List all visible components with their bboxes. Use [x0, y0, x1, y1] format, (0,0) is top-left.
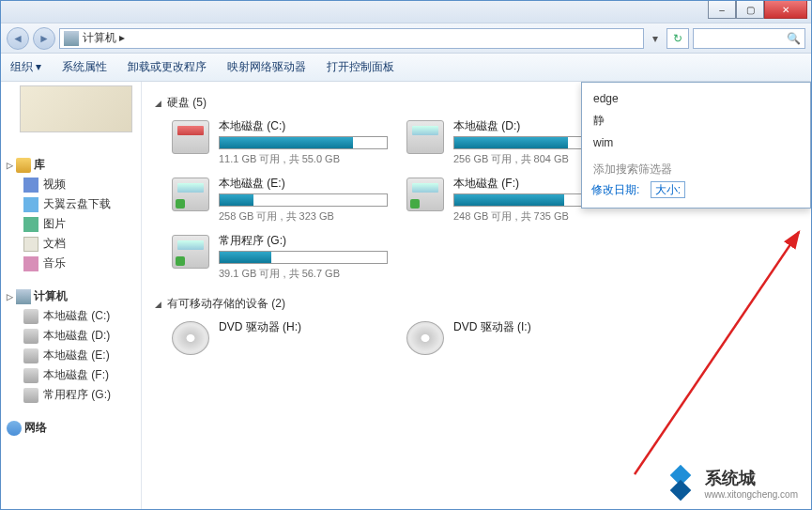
- address-bar[interactable]: 计算机 ▸: [59, 28, 644, 49]
- drive-icon: [406, 178, 444, 211]
- computer-icon: [16, 289, 31, 304]
- navigation-pane: ▷ 库 视频 天翼云盘下载 图片 文档 音乐 ▷ 计算机 本地磁盘 (C:) 本…: [1, 82, 142, 509]
- disk-icon: [23, 309, 38, 324]
- computer-header[interactable]: ▷ 计算机: [7, 286, 135, 306]
- drive-usage-bar: [219, 136, 388, 149]
- cloud-icon: [23, 197, 38, 212]
- sidebar-item-drive-c[interactable]: 本地磁盘 (C:): [7, 306, 135, 326]
- removable-section-header[interactable]: ◢ 有可移动存储的设备 (2): [155, 296, 798, 312]
- network-label: 网络: [24, 420, 47, 436]
- drive-icon: [172, 178, 209, 211]
- collapse-icon: ◢: [155, 99, 161, 108]
- close-button[interactable]: ✕: [764, 1, 807, 19]
- address-dropdown[interactable]: ▾: [648, 29, 663, 48]
- control-panel-button[interactable]: 打开控制面板: [327, 59, 394, 75]
- sidebar-item-pictures[interactable]: 图片: [7, 214, 135, 234]
- disk-icon: [23, 368, 38, 383]
- drive-usage-bar: [219, 251, 388, 264]
- watermark: 系统城 www.xitongcheng.com: [662, 464, 799, 502]
- sidebar-item-documents[interactable]: 文档: [7, 234, 135, 254]
- picture-icon: [23, 217, 38, 232]
- search-box[interactable]: 🔍: [693, 28, 805, 49]
- sidebar-item-video[interactable]: 视频: [7, 175, 135, 194]
- navigation-bar: ◄ ► 计算机 ▸ ▾ ↻ 🔍: [1, 23, 811, 54]
- video-icon: [23, 178, 38, 193]
- disk-icon: [23, 388, 38, 403]
- drive-name: 常用程序 (G:): [219, 233, 388, 249]
- preview-thumbnail: [20, 85, 132, 132]
- search-suggestion[interactable]: edge: [591, 88, 801, 109]
- library-label: 库: [34, 157, 45, 173]
- watermark-url: www.xitongcheng.com: [705, 489, 799, 500]
- computer-icon: [64, 31, 79, 46]
- content-pane: ◢ 硬盘 (5) 本地磁盘 (C:)11.1 GB 可用 , 共 55.0 GB…: [142, 82, 811, 509]
- disk-icon: [23, 348, 38, 363]
- drive-icon: [406, 120, 444, 154]
- drive-item[interactable]: 本地磁盘 (C:)11.1 GB 可用 , 共 55.0 GB: [172, 118, 388, 166]
- drive-name: 本地磁盘 (E:): [219, 176, 388, 192]
- computer-label: 计算机: [34, 288, 68, 304]
- drive-stats: 39.1 GB 可用 , 共 56.7 GB: [219, 267, 388, 281]
- body: ▷ 库 视频 天翼云盘下载 图片 文档 音乐 ▷ 计算机 本地磁盘 (C:) 本…: [1, 82, 811, 509]
- dvd-list: DVD 驱动器 (H:)DVD 驱动器 (I:): [172, 319, 798, 355]
- caret-icon: ▷: [7, 161, 13, 170]
- search-filters: 修改日期: 大小:: [591, 182, 801, 198]
- map-drive-button[interactable]: 映射网络驱动器: [227, 59, 306, 75]
- organize-menu[interactable]: 组织 ▾: [10, 59, 41, 75]
- back-button[interactable]: ◄: [7, 27, 29, 50]
- network-header[interactable]: 网络: [7, 418, 135, 438]
- dvd-name: DVD 驱动器 (I:): [453, 319, 622, 335]
- search-suggestion[interactable]: 静: [591, 109, 801, 132]
- sidebar-item-drive-e[interactable]: 本地磁盘 (E:): [7, 346, 135, 365]
- filter-size-link[interactable]: 大小:: [651, 181, 685, 198]
- music-icon: [23, 256, 38, 271]
- search-filter-hint: 添加搜索筛选器: [591, 159, 801, 180]
- drive-item[interactable]: 常用程序 (G:)39.1 GB 可用 , 共 56.7 GB: [172, 233, 388, 281]
- system-properties-button[interactable]: 系统属性: [62, 59, 107, 75]
- uninstall-button[interactable]: 卸载或更改程序: [128, 59, 207, 75]
- library-icon: [16, 158, 31, 173]
- command-bar: 组织 ▾ 系统属性 卸载或更改程序 映射网络驱动器 打开控制面板: [1, 54, 811, 82]
- dvd-icon: [406, 321, 444, 355]
- computer-group: ▷ 计算机 本地磁盘 (C:) 本地磁盘 (D:) 本地磁盘 (E:) 本地磁盘…: [7, 286, 135, 405]
- drive-name: 本地磁盘 (C:): [219, 118, 388, 134]
- minimize-button[interactable]: –: [708, 1, 736, 19]
- watermark-title: 系统城: [705, 467, 799, 489]
- document-icon: [23, 237, 38, 252]
- drive-stats: 11.1 GB 可用 , 共 55.0 GB: [219, 152, 388, 166]
- sidebar-item-music[interactable]: 音乐: [7, 254, 135, 273]
- search-suggestion[interactable]: wim: [591, 132, 801, 153]
- dvd-name: DVD 驱动器 (H:): [219, 319, 388, 335]
- sidebar-item-drive-d[interactable]: 本地磁盘 (D:): [7, 326, 135, 346]
- dvd-icon: [172, 321, 209, 355]
- filter-date-link[interactable]: 修改日期:: [591, 183, 639, 196]
- disk-icon: [23, 329, 38, 344]
- drive-stats: 258 GB 可用 , 共 323 GB: [219, 209, 388, 224]
- search-suggestions-dropdown: edge 静 wim 添加搜索筛选器 修改日期: 大小:: [581, 82, 811, 209]
- search-icon: 🔍: [787, 32, 801, 45]
- maximize-button[interactable]: ▢: [736, 1, 764, 19]
- network-icon: [7, 421, 22, 436]
- refresh-button[interactable]: ↻: [666, 28, 689, 49]
- library-group: ▷ 库 视频 天翼云盘下载 图片 文档 音乐: [7, 155, 135, 273]
- dvd-item[interactable]: DVD 驱动器 (I:): [406, 319, 622, 355]
- sidebar-item-drive-f[interactable]: 本地磁盘 (F:): [7, 365, 135, 385]
- window-controls: – ▢ ✕: [708, 1, 807, 19]
- dvd-item[interactable]: DVD 驱动器 (H:): [172, 319, 388, 355]
- drive-icon: [172, 120, 209, 154]
- network-group: 网络: [7, 418, 135, 438]
- sidebar-item-drive-g[interactable]: 常用程序 (G:): [7, 385, 135, 405]
- drive-stats: 248 GB 可用 , 共 735 GB: [453, 209, 622, 224]
- titlebar: – ▢ ✕: [1, 1, 811, 23]
- drive-usage-bar: [219, 193, 388, 207]
- explorer-window: – ▢ ✕ ◄ ► 计算机 ▸ ▾ ↻ 🔍 组织 ▾ 系统属性 卸载或更改程序 …: [0, 0, 812, 510]
- watermark-logo-icon: [662, 464, 699, 502]
- drive-item[interactable]: 本地磁盘 (E:)258 GB 可用 , 共 323 GB: [172, 176, 388, 224]
- sidebar-item-cloud[interactable]: 天翼云盘下载: [7, 194, 135, 214]
- address-text: 计算机 ▸: [83, 30, 125, 46]
- caret-icon: ▷: [7, 292, 13, 301]
- collapse-icon: ◢: [155, 300, 161, 309]
- library-header[interactable]: ▷ 库: [7, 155, 135, 175]
- drive-icon: [172, 235, 209, 269]
- forward-button[interactable]: ►: [33, 27, 55, 50]
